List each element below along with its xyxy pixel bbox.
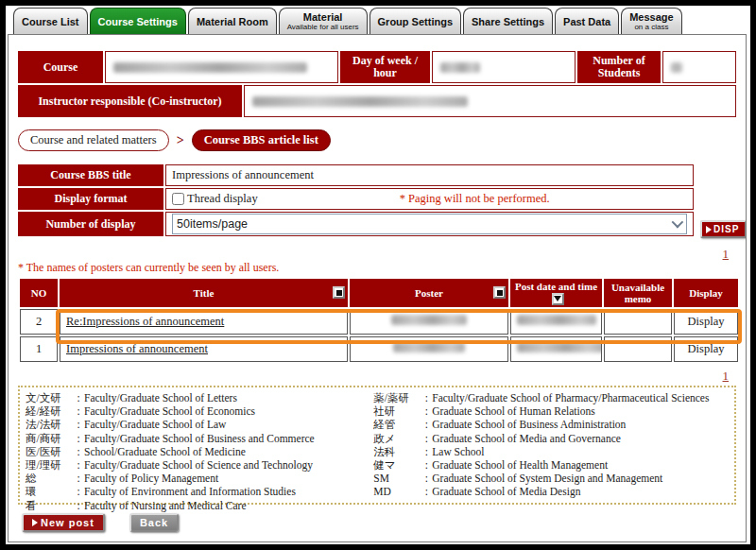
tab-label: Group Settings	[378, 16, 453, 27]
tab-bar: Course List Course Settings Material Roo…	[13, 8, 682, 34]
posters-visibility-note: * The names of posters can currently be …	[18, 261, 736, 275]
instructor-label: Instructor responsible (Co-instructor)	[18, 85, 242, 117]
display-format-row: Display format Thread display * Paging w…	[18, 188, 694, 210]
col-date-label: Post date and time	[515, 281, 597, 292]
tab-label: Course Settings	[98, 16, 178, 27]
page-link-1[interactable]: 1	[723, 247, 730, 261]
paging-note: * Paging will not be performed.	[400, 192, 550, 206]
legend-entry: 総:Faculty of Policy Management	[26, 472, 373, 485]
thread-display-checkbox[interactable]	[172, 193, 184, 205]
course-label: Course	[18, 51, 103, 83]
article-poster-cell	[350, 336, 508, 362]
legend-entry: 看:Faculty of Nursing and Medical Care	[26, 499, 373, 512]
article-display-link[interactable]: Display	[688, 342, 725, 355]
display-format-label: Display format	[18, 188, 163, 210]
breadcrumb-current: Course BBS article list	[192, 129, 331, 151]
redacted-poster	[393, 342, 465, 352]
disp-button-label: DISP	[713, 224, 739, 234]
tab-message[interactable]: Messageon a class	[621, 8, 681, 34]
tab-label: Course List	[22, 16, 79, 27]
tab-label: Message	[629, 11, 673, 23]
sort-title-icon[interactable]	[333, 286, 345, 299]
article-poster-cell	[350, 309, 508, 335]
tab-share-settings[interactable]: Share Settings	[463, 8, 553, 34]
legend-entry: 環:Faculty of Environment and Information…	[26, 485, 373, 498]
display-count-select[interactable]: 50items/page	[172, 214, 687, 234]
col-poster: Poster	[350, 279, 508, 307]
redacted-poster	[391, 315, 467, 325]
thread-display-checkbox-label: Thread display	[187, 192, 258, 206]
tab-label: Material Room	[197, 16, 268, 27]
legend-left-column: 文/文研:Faculty/Graduate School of Letters …	[26, 391, 373, 499]
redacted-date	[517, 342, 602, 352]
instructor-row: Instructor responsible (Co-instructor)	[18, 85, 736, 117]
col-display: Display	[674, 279, 738, 307]
legend-right-column: 薬/薬研:Faculty/Graduate School of Pharmacy…	[373, 391, 729, 499]
legend-entry: 薬/薬研:Faculty/Graduate School of Pharmacy…	[373, 391, 729, 404]
col-title-label: Title	[194, 287, 215, 299]
article-display-link[interactable]: Display	[688, 315, 725, 328]
tab-sublabel: Available for all users	[287, 24, 359, 31]
col-poster-label: Poster	[415, 287, 443, 299]
page: Course List Course Settings Material Roo…	[6, 6, 750, 544]
breadcrumb-parent-button[interactable]: Course and related matters	[18, 129, 169, 151]
article-no: 1	[20, 336, 58, 362]
article-memo-cell	[604, 309, 672, 335]
course-value	[105, 51, 338, 83]
tab-material-room[interactable]: Material Room	[188, 8, 277, 34]
legend-entry: 経管:Graduate School of Business Administr…	[373, 418, 729, 431]
legend-entry: 法/法研:Faculty/Graduate School of Law	[26, 418, 373, 431]
back-button-label: Back	[140, 517, 168, 528]
course-info-row: Course Day of week / hour Number of Stud…	[18, 51, 736, 83]
sort-date-desc-icon[interactable]	[552, 293, 564, 305]
tab-course-settings[interactable]: Course Settings	[90, 8, 186, 34]
tab-group-settings[interactable]: Group Settings	[369, 8, 461, 34]
sort-poster-icon[interactable]	[493, 286, 506, 299]
col-no: NO	[20, 279, 58, 307]
breadcrumb: Course and related matters > Course BBS …	[18, 129, 736, 151]
display-format-value: Thread display * Paging will not be perf…	[165, 188, 694, 210]
article-no: 2	[20, 309, 58, 335]
day-of-week-value	[432, 51, 576, 83]
tab-sublabel: on a class	[634, 24, 668, 31]
article-row: 1 Impressions of announcement Display	[20, 336, 738, 362]
legend-entry: 経/経研:Faculty/Graduate School of Economic…	[26, 404, 373, 418]
article-row: 2 Re:Impressions of announcement Display	[20, 309, 738, 335]
course-info-table: Course Day of week / hour Number of Stud…	[18, 51, 736, 117]
students-value	[662, 51, 736, 83]
redacted-date	[517, 315, 596, 325]
tab-past-data[interactable]: Past Data	[555, 8, 619, 34]
instructor-value	[244, 85, 736, 117]
article-title-link[interactable]: Re:Impressions of announcement	[66, 315, 224, 328]
play-icon	[706, 226, 712, 233]
back-button[interactable]: Back	[129, 513, 179, 532]
legend-entry: 法科:Law School	[373, 445, 729, 458]
redacted-day	[440, 62, 480, 73]
new-post-button[interactable]: New post	[22, 513, 105, 532]
col-title: Title	[60, 279, 348, 307]
legend-entry: 社研:Graduate School of Human Relations	[373, 404, 729, 418]
students-label: Number of Students	[577, 51, 661, 83]
day-of-week-label: Day of week / hour	[340, 51, 430, 83]
display-count-cell: 50items/page	[165, 212, 694, 236]
bbs-form: Course BBS title Impressions of announce…	[18, 164, 736, 238]
footer-actions: New post Back	[18, 513, 736, 532]
disp-button[interactable]: DISP	[700, 220, 747, 238]
tab-material-all-users[interactable]: MaterialAvailable for all users	[279, 8, 368, 34]
chevron-down-icon	[672, 216, 684, 229]
bbs-form-table: Course BBS title Impressions of announce…	[18, 164, 694, 238]
article-display-cell: Display	[674, 336, 738, 362]
page-link-1[interactable]: 1	[723, 369, 730, 383]
breadcrumb-separator: >	[177, 133, 184, 148]
tab-course-list[interactable]: Course List	[13, 8, 88, 34]
display-count-row: Number of display 50items/page	[18, 212, 694, 236]
tab-label: Share Settings	[472, 16, 544, 27]
col-memo: Unavailable memo	[604, 279, 672, 307]
legend-entry: MD:Graduate School of Media Design	[373, 485, 729, 498]
display-count-label: Number of display	[18, 212, 163, 236]
pagination-top: 1	[18, 245, 736, 260]
article-title-cell: Impressions of announcement	[60, 336, 348, 362]
article-title-link[interactable]: Impressions of announcement	[66, 342, 208, 355]
redacted-instructor	[252, 96, 468, 107]
bbs-title-row: Course BBS title Impressions of announce…	[18, 164, 694, 186]
